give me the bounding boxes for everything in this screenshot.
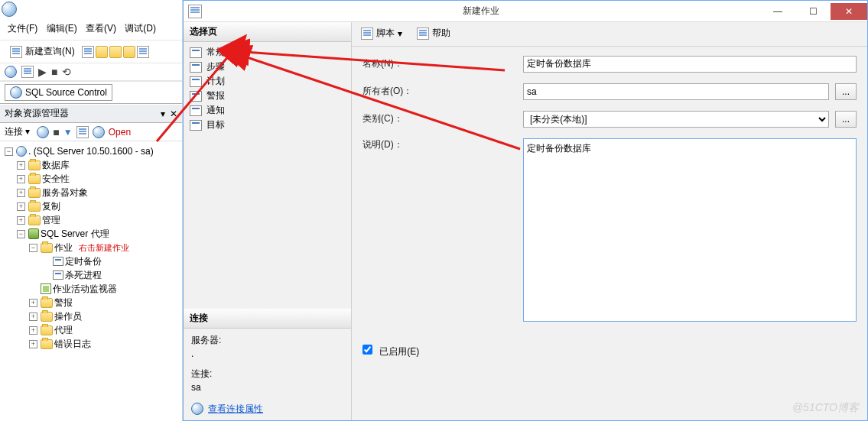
tree-root[interactable]: − . (SQL Server 10.50.1600 - sa) — [5, 144, 180, 158]
node-activity-monitor[interactable]: 作业活动监视器 — [29, 282, 180, 296]
close-panel-icon[interactable]: ✕ — [170, 108, 177, 119]
twisty-icon[interactable]: + — [29, 326, 37, 335]
close-button[interactable]: ✕ — [831, 3, 867, 20]
pin-icon[interactable]: ▾ — [161, 108, 165, 119]
twisty-icon[interactable]: + — [29, 313, 37, 321]
node-replication[interactable]: +复制 — [17, 199, 180, 213]
dialog-app-icon — [188, 5, 202, 18]
refresh-icon[interactable] — [37, 126, 49, 138]
folder-icon — [41, 298, 53, 308]
job-icon — [53, 257, 63, 266]
node-label: 代理 — [54, 323, 73, 337]
node-alerts[interactable]: +警报 — [29, 296, 180, 309]
owner-browse-button[interactable]: ... — [835, 83, 857, 100]
category-browse-button[interactable]: ... — [835, 111, 857, 128]
open-label[interactable]: Open — [109, 127, 131, 138]
dialog-titlebar[interactable]: 新建作业 — ☐ ✕ — [184, 1, 867, 22]
ssms-toolbar-1: 新建查询(N) — [0, 40, 182, 63]
toolbar-btn-5[interactable] — [137, 46, 149, 58]
minimize-button[interactable]: — — [760, 3, 795, 20]
stop-icon[interactable]: ■ — [53, 126, 59, 138]
object-explorer-tree[interactable]: − . (SQL Server 10.50.1600 - sa) +数据库 +安… — [0, 141, 182, 421]
twisty-icon[interactable]: + — [17, 175, 25, 183]
ssms-menubar[interactable]: 文件(F) 编辑(E) 查看(V) 调试(D) — [0, 19, 182, 40]
maximize-button[interactable]: ☐ — [795, 3, 831, 20]
toolbar-btn-2[interactable] — [96, 46, 108, 58]
dialog-form-column: 脚本 ▾ 帮助 名称(N)： 所有者(O)： ... — [352, 22, 867, 420]
enabled-label: 已启用(E) — [379, 346, 419, 357]
toolbar-btn-1[interactable] — [82, 46, 94, 58]
script-button[interactable]: 脚本 ▾ — [358, 26, 405, 40]
twisty-icon[interactable]: − — [29, 244, 37, 252]
node-label: 服务器对象 — [42, 186, 88, 199]
menu-file[interactable]: 文件(F) — [8, 23, 37, 34]
page-icon — [190, 47, 202, 58]
label-name: 名称(N)： — [362, 57, 523, 70]
row-category: 类别(C)： [未分类(本地)] ... — [362, 111, 857, 128]
node-security[interactable]: +安全性 — [17, 172, 180, 186]
toolbar-btn-3[interactable] — [109, 46, 122, 58]
node-management[interactable]: +管理 — [17, 213, 180, 227]
debug-icon[interactable]: ⟲ — [62, 66, 71, 78]
help-label: 帮助 — [432, 27, 450, 40]
node-server-objects[interactable]: +服务器对象 — [17, 186, 180, 199]
nav-item-schedules[interactable]: 计划 — [187, 74, 348, 89]
script-icon — [361, 28, 373, 40]
filter-icon[interactable]: ▼ — [63, 127, 73, 138]
nav-item-alerts[interactable]: 警报 — [187, 89, 348, 103]
tool-btn-a[interactable] — [76, 126, 89, 138]
object-explorer-title: 对象资源管理器 — [5, 107, 69, 120]
tree-root-label: . (SQL Server 10.50.1600 - sa) — [28, 144, 154, 158]
pause-icon[interactable]: ■ — [51, 66, 57, 78]
nav-item-targets[interactable]: 目标 — [187, 118, 348, 132]
connect-dropdown[interactable]: 连接 ▾ — [5, 125, 30, 138]
node-databases[interactable]: +数据库 — [17, 158, 180, 172]
menu-view[interactable]: 查看(V) — [86, 23, 116, 34]
node-error-logs[interactable]: +错误日志 — [29, 337, 180, 351]
row-description: 说明(D)： 定时备份数据库 — [362, 138, 857, 322]
description-textarea[interactable]: 定时备份数据库 — [523, 138, 857, 322]
nav-item-steps[interactable]: 步骤 — [187, 60, 348, 74]
toolbar2-btn-1[interactable] — [21, 66, 34, 78]
folder-icon — [28, 188, 41, 198]
twisty-icon[interactable]: − — [5, 147, 13, 156]
job-item[interactable]: 杀死进程 — [41, 268, 180, 282]
menu-debug[interactable]: 调试(D) — [125, 23, 156, 34]
nav-item-general[interactable]: 常规 — [187, 45, 348, 60]
owner-input[interactable] — [523, 83, 829, 100]
twisty-icon[interactable]: − — [17, 230, 25, 238]
menu-edit[interactable]: 编辑(E) — [47, 23, 77, 34]
twisty-icon[interactable]: + — [17, 161, 25, 170]
twisty-icon[interactable]: + — [17, 202, 25, 211]
category-select[interactable]: [未分类(本地)] — [523, 111, 829, 128]
server-icon — [16, 146, 27, 157]
toolbar-btn-4[interactable] — [123, 46, 135, 58]
node-sql-agent[interactable]: −SQL Server 代理 — [17, 227, 180, 241]
name-input[interactable] — [523, 56, 857, 73]
folder-icon — [41, 243, 53, 253]
twisty-icon[interactable]: + — [29, 340, 37, 348]
enabled-checkbox-wrapper[interactable]: 已启用(E) — [362, 345, 419, 358]
play-icon[interactable]: ▶ — [38, 66, 47, 78]
help-button[interactable]: 帮助 — [414, 26, 454, 40]
new-query-button[interactable]: 新建查询(N) — [5, 43, 80, 60]
twisty-icon[interactable]: + — [29, 299, 37, 307]
nav-item-notifications[interactable]: 通知 — [187, 103, 348, 118]
twisty-icon[interactable]: + — [17, 216, 25, 225]
enabled-checkbox[interactable] — [362, 345, 372, 355]
node-operators[interactable]: +操作员 — [29, 309, 180, 323]
nav-label: 步骤 — [206, 60, 225, 73]
new-job-dialog: 新建作业 — ☐ ✕ 选择页 常规 步骤 计划 警报 通知 目标 连接 服务器:… — [183, 0, 868, 421]
monitor-icon — [41, 283, 51, 294]
source-control-button[interactable]: SQL Source Control — [5, 84, 112, 101]
tool-btn-b[interactable] — [93, 126, 105, 138]
twisty-icon[interactable]: + — [17, 189, 25, 197]
connect-icon[interactable] — [5, 66, 17, 78]
view-connection-props-link[interactable]: 查看连接属性 — [208, 402, 263, 416]
node-proxies[interactable]: +代理 — [29, 323, 180, 337]
ssms-icon — [2, 2, 17, 17]
conn-section-header: 连接 — [184, 309, 351, 329]
job-item[interactable]: 定时备份 — [41, 254, 180, 268]
node-label: 操作员 — [54, 309, 82, 323]
node-jobs[interactable]: −作业右击新建作业 — [29, 241, 180, 254]
